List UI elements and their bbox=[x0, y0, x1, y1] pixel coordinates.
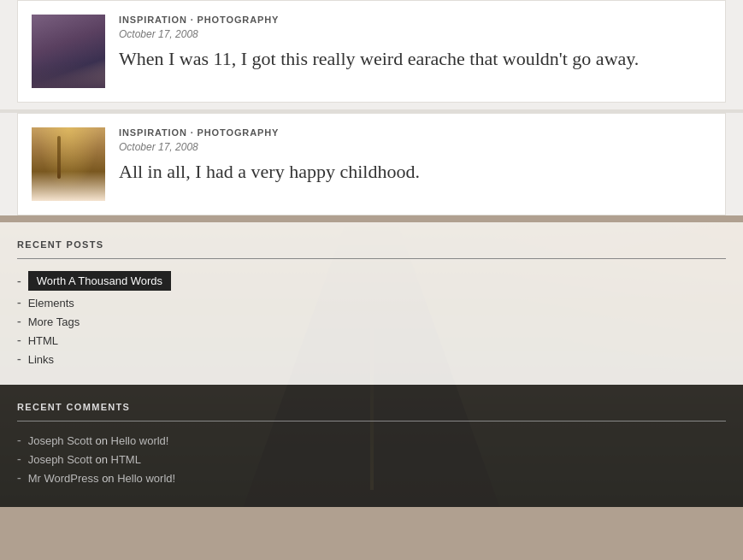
post-meta-2: INSPIRATION · PHOTOGRAPHY October 17, 20… bbox=[119, 127, 711, 185]
post-categories-1: INSPIRATION · PHOTOGRAPHY bbox=[119, 15, 711, 25]
comment-text-0: Joseph Scott on Hello world! bbox=[28, 434, 169, 447]
recent-post-item-0: - Worth A Thousand Words bbox=[17, 271, 726, 291]
comment-post-link-2[interactable]: Hello world! bbox=[117, 472, 175, 485]
post-card-1: INSPIRATION · PHOTOGRAPHY October 17, 20… bbox=[17, 0, 726, 103]
comment-item-1: - Joseph Scott on HTML bbox=[17, 452, 726, 466]
bullet-3: - bbox=[17, 333, 21, 347]
page-wrapper: INSPIRATION · PHOTOGRAPHY October 17, 20… bbox=[0, 0, 743, 507]
recent-post-item-1: - Elements bbox=[17, 296, 726, 309]
comment-text-2: Mr WordPress on Hello world! bbox=[28, 472, 175, 485]
recent-comments-title: RECENT COMMENTS bbox=[17, 402, 726, 412]
post-thumbnail-2 bbox=[32, 127, 105, 201]
bullet-1: - bbox=[17, 296, 21, 309]
comment-item-0: - Joseph Scott on Hello world! bbox=[17, 433, 726, 447]
recent-post-item-2: - More Tags bbox=[17, 315, 726, 328]
comment-bullet-2: - bbox=[17, 471, 21, 485]
comment-author-link-0[interactable]: Joseph Scott bbox=[28, 434, 92, 447]
recent-posts-section: RECENT POSTS - Worth A Thousand Words - … bbox=[0, 222, 743, 385]
recent-post-item-3: - HTML bbox=[17, 333, 726, 347]
comment-connector-2: on bbox=[102, 472, 117, 485]
bullet-0: - bbox=[17, 274, 21, 288]
post-date-2: October 17, 2008 bbox=[119, 141, 711, 153]
recent-post-item-4: - Links bbox=[17, 352, 726, 366]
road-background: RECENT POSTS - Worth A Thousand Words - … bbox=[0, 222, 743, 507]
comment-text-1: Joseph Scott on HTML bbox=[28, 453, 141, 466]
comment-connector-0: on bbox=[95, 434, 110, 447]
content-over-road: RECENT POSTS - Worth A Thousand Words - … bbox=[0, 222, 743, 507]
bullet-2: - bbox=[17, 315, 21, 328]
recent-posts-title: RECENT POSTS bbox=[17, 239, 726, 250]
post-title-1: When I was 11, I got this really weird e… bbox=[119, 47, 711, 72]
post-date-1: October 17, 2008 bbox=[119, 28, 711, 40]
recent-comments-divider bbox=[17, 421, 726, 421]
post-card-2: INSPIRATION · PHOTOGRAPHY October 17, 20… bbox=[17, 113, 726, 215]
recent-post-link-1[interactable]: Elements bbox=[28, 297, 74, 309]
recent-post-link-0[interactable]: Worth A Thousand Words bbox=[28, 271, 171, 291]
post-thumbnail-1 bbox=[32, 15, 105, 88]
comment-item-2: - Mr WordPress on Hello world! bbox=[17, 471, 726, 485]
recent-post-link-4[interactable]: Links bbox=[28, 353, 54, 366]
comment-post-link-1[interactable]: HTML bbox=[111, 453, 141, 466]
comment-bullet-1: - bbox=[17, 452, 21, 466]
posts-section: INSPIRATION · PHOTOGRAPHY October 17, 20… bbox=[0, 0, 743, 215]
comment-author-link-2[interactable]: Mr WordPress bbox=[28, 472, 99, 485]
comment-author-link-1[interactable]: Joseph Scott bbox=[28, 453, 92, 466]
comment-post-link-0[interactable]: Hello world! bbox=[111, 434, 169, 447]
recent-posts-divider bbox=[17, 258, 726, 259]
comment-connector-1: on bbox=[95, 453, 110, 466]
recent-posts-list: - Worth A Thousand Words - Elements - Mo… bbox=[17, 271, 726, 366]
comment-bullet-0: - bbox=[17, 433, 21, 447]
recent-comments-list: - Joseph Scott on Hello world! - Joseph … bbox=[17, 433, 726, 485]
bullet-4: - bbox=[17, 352, 21, 366]
post-categories-2: INSPIRATION · PHOTOGRAPHY bbox=[119, 127, 711, 138]
recent-post-link-3[interactable]: HTML bbox=[28, 334, 58, 347]
post-title-2: All in all, I had a very happy childhood… bbox=[119, 160, 711, 185]
post-meta-1: INSPIRATION · PHOTOGRAPHY October 17, 20… bbox=[119, 15, 711, 72]
recent-comments-section: RECENT COMMENTS - Joseph Scott on Hello … bbox=[0, 385, 743, 507]
recent-post-link-2[interactable]: More Tags bbox=[28, 315, 80, 328]
